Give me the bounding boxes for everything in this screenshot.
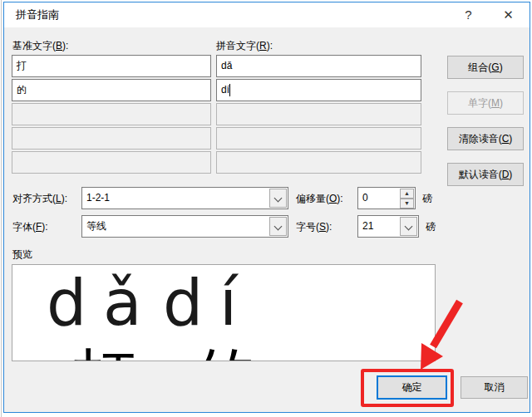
- alignment-dropdown-button[interactable]: [269, 189, 287, 208]
- preview-ruby-char: d: [163, 272, 203, 335]
- preview-ruby-char: ǎ: [103, 272, 142, 335]
- preview-base-char: 的: [195, 346, 256, 361]
- ruby-text-field: [216, 103, 421, 125]
- base-text-field[interactable]: 的: [12, 79, 211, 101]
- ruby-text-field: [216, 151, 421, 174]
- monosyllabic-button: 单字(M): [447, 91, 524, 115]
- font-size-label: 字号(S):: [296, 220, 332, 234]
- preview-ruby-char: d: [47, 272, 86, 335]
- base-text-field[interactable]: 打: [12, 55, 211, 77]
- chevron-down-icon: [274, 194, 283, 203]
- font-select[interactable]: 等线: [81, 215, 288, 238]
- base-text-field: [12, 151, 211, 174]
- font-label: 字体(F):: [12, 220, 48, 234]
- close-icon[interactable]: ✕: [490, 2, 527, 27]
- base-text-field: [12, 103, 211, 125]
- offset-unit-label: 磅: [422, 192, 432, 206]
- base-text-field: [12, 127, 211, 150]
- spinner-up-icon[interactable]: ▲: [400, 189, 414, 199]
- dialog-title: 拼音指南: [16, 2, 59, 27]
- ruby-text-label: 拼音文字(R):: [216, 39, 273, 53]
- offset-label: 偏移量(O):: [296, 192, 343, 206]
- text-caret: [229, 84, 230, 96]
- preview-base-char: 打: [74, 346, 135, 361]
- cancel-button[interactable]: 取消: [461, 376, 528, 399]
- ok-button[interactable]: 确定: [377, 375, 447, 400]
- chevron-down-icon: [405, 223, 413, 231]
- font-size-dropdown-button[interactable]: [400, 217, 417, 236]
- chevron-down-icon: [274, 223, 283, 231]
- spinner-down-icon[interactable]: ▼: [400, 199, 414, 208]
- alignment-select[interactable]: 1-2-1: [81, 187, 288, 209]
- title-bar: 拼音指南 ? ✕: [4, 2, 530, 27]
- clear-reading-button[interactable]: 清除读音(C): [447, 127, 524, 150]
- ruby-text-field: [216, 127, 421, 150]
- font-dropdown-button[interactable]: [269, 217, 287, 236]
- preview-ruby-char: í: [219, 272, 237, 335]
- ruby-text-field[interactable]: dǎ: [216, 55, 421, 77]
- phonetic-guide-dialog: 拼音指南 ? ✕ 基准文字(B): 拼音文字(R): 打 dǎ 的 dí 组合(…: [3, 2, 530, 413]
- help-icon[interactable]: ?: [450, 2, 487, 27]
- preview-area: d ǎ d í 打 的: [12, 264, 436, 361]
- preview-label: 预览: [12, 248, 32, 262]
- ruby-text-field[interactable]: dí: [216, 79, 421, 101]
- alignment-label: 对齐方式(L):: [12, 192, 67, 206]
- font-size-select[interactable]: 21: [357, 215, 419, 238]
- offset-input[interactable]: 0 ▲ ▼: [357, 187, 416, 209]
- default-reading-button[interactable]: 默认读音(D): [447, 163, 524, 186]
- page-background-edge: [1, 0, 2, 417]
- combine-button[interactable]: 组合(G): [447, 56, 524, 79]
- size-unit-label: 磅: [426, 220, 436, 234]
- base-text-label: 基准文字(B):: [12, 39, 68, 53]
